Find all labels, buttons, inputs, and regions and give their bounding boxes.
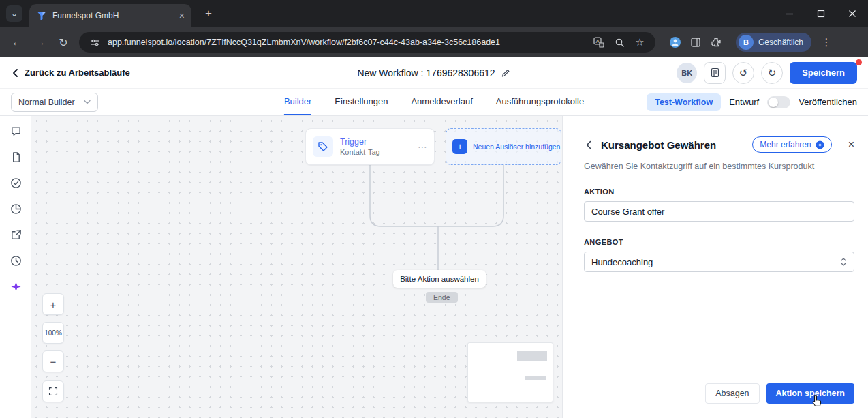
redo-button[interactable]: ↻: [761, 62, 783, 84]
tab-builder[interactable]: Builder: [284, 89, 311, 115]
tab-anmeldeverlauf[interactable]: Anmeldeverlauf: [411, 89, 472, 115]
funnelspot-favicon: [36, 10, 47, 21]
check-circle-icon[interactable]: [10, 177, 22, 189]
minimap-node: [525, 376, 546, 380]
window-maximize-button[interactable]: [805, 0, 837, 27]
test-contact-button[interactable]: [704, 62, 726, 84]
chevron-updown-icon: [840, 257, 847, 267]
close-icon: [848, 10, 856, 18]
draft-label: Entwurf: [729, 97, 759, 107]
left-icon-rail: [0, 116, 31, 418]
action-name-input[interactable]: [584, 201, 854, 222]
external-link-icon[interactable]: [10, 228, 22, 241]
trigger-texts: Trigger Kontakt-Tag: [340, 137, 380, 156]
save-button[interactable]: Speichern: [790, 62, 857, 84]
builder-mode-select[interactable]: Normal Builder: [11, 93, 98, 112]
chevron-down-icon: ⌄: [11, 9, 18, 18]
offer-select[interactable]: Hundecoaching: [584, 252, 854, 272]
maximize-icon: [817, 10, 825, 18]
extensions-puzzle-icon[interactable]: [709, 35, 724, 50]
zoom-level: 100%: [42, 322, 64, 344]
titlebar-caret-button[interactable]: ⌄: [6, 5, 22, 22]
canvas-minimap[interactable]: [467, 342, 553, 402]
minimize-icon: [786, 10, 794, 18]
url-text: app.funnelspot.io/location/7ZTlfNccQ31qZ…: [108, 38, 586, 47]
learn-more-button[interactable]: Mehr erfahren: [752, 136, 831, 153]
trigger-subtitle: Kontakt-Tag: [340, 148, 380, 156]
minimap-node: [517, 351, 547, 361]
extension-icons: [668, 35, 724, 50]
extension-avatar-icon[interactable]: [668, 35, 683, 50]
workflow-canvas[interactable]: Trigger Kontakt-Tag ⋯ + Neuen Auslöser h…: [31, 116, 563, 418]
comments-icon[interactable]: [10, 125, 22, 137]
action-field-label: AKTION: [584, 188, 854, 196]
zoom-indicator-icon[interactable]: [612, 35, 627, 50]
builder-mode-value: Normal Builder: [18, 98, 75, 107]
browser-forward-button[interactable]: →: [30, 32, 50, 53]
redo-icon: ↻: [768, 67, 777, 79]
action-config-panel: Kursangebot Gewähren Mehr erfahren × Gew…: [570, 116, 868, 418]
canvas-panel-gap: [563, 116, 570, 418]
workflow-title: New Workflow : 1769628306612: [357, 68, 495, 78]
workflow-tabs: Builder Einstellungen Anmeldeverlauf Aus…: [284, 89, 584, 115]
panel-title: Kursangebot Gewähren: [601, 139, 716, 151]
panel-description: Gewähren Sie Kontaktzugriff auf ein best…: [584, 162, 854, 171]
browser-tab[interactable]: Funnelspot GmbH ×: [29, 4, 191, 27]
document-check-icon: [710, 68, 720, 78]
tab-einstellungen[interactable]: Einstellungen: [335, 89, 388, 115]
chevron-down-icon: [84, 100, 91, 104]
ai-sparkle-icon[interactable]: [10, 280, 22, 293]
test-workflow-button[interactable]: Test-Workflow: [647, 93, 721, 111]
address-bar[interactable]: app.funnelspot.io/location/7ZTlfNccQ31qZ…: [79, 32, 655, 53]
fullscreen-button[interactable]: [42, 380, 64, 402]
zoom-in-button[interactable]: +: [42, 293, 64, 315]
plus-icon: +: [452, 139, 467, 154]
panel-header: Kursangebot Gewähren Mehr erfahren ×: [584, 136, 854, 153]
window-minimize-button[interactable]: [774, 0, 805, 27]
new-tab-button[interactable]: +: [200, 5, 217, 23]
panel-back-icon[interactable]: [584, 140, 594, 150]
undo-button[interactable]: ↺: [732, 62, 754, 84]
user-avatar[interactable]: BK: [677, 63, 697, 83]
pie-chart-icon[interactable]: [10, 203, 22, 215]
window-close-button[interactable]: [837, 0, 868, 27]
tab-ausfuehrungsprotokolle[interactable]: Ausführungsprotokolle: [496, 89, 584, 115]
select-action-node[interactable]: Bitte Aktion auswählen: [393, 270, 486, 288]
cancel-button[interactable]: Absagen: [705, 383, 759, 404]
end-badge: Ende: [426, 292, 458, 303]
draft-publish-toggle[interactable]: [767, 96, 790, 108]
browser-reload-button[interactable]: ↻: [53, 32, 74, 53]
add-trigger-button[interactable]: + Neuen Auslöser hinzufügen: [446, 128, 561, 165]
fullscreen-icon: [48, 387, 58, 396]
app-toolbar: Normal Builder Builder Einstellungen Anm…: [0, 89, 868, 116]
back-to-workflows-link[interactable]: Zurück zu Arbeitsabläufe: [11, 68, 130, 78]
window-titlebar: ⌄ Funnelspot GmbH × +: [0, 0, 868, 27]
offer-field-label: ANGEBOT: [584, 238, 854, 246]
zoom-out-button[interactable]: −: [42, 350, 64, 372]
documents-icon[interactable]: [10, 151, 22, 163]
profile-label: Geschäftlich: [758, 38, 803, 47]
notification-dot: [856, 59, 862, 65]
browser-profile-button[interactable]: B Geschäftlich: [736, 33, 811, 52]
side-panel-icon[interactable]: [688, 35, 703, 50]
bookmark-star-icon[interactable]: ☆: [632, 35, 647, 50]
main-content: Trigger Kontakt-Tag ⋯ + Neuen Auslöser h…: [0, 116, 868, 418]
browser-toolbar: ← → ↻ app.funnelspot.io/location/7ZTlfNc…: [0, 27, 868, 57]
site-settings-icon[interactable]: [87, 35, 102, 50]
browser-menu-button[interactable]: ⋮: [818, 36, 835, 48]
trigger-title: Trigger: [340, 137, 380, 147]
translate-icon[interactable]: A: [591, 35, 606, 50]
profile-avatar: B: [739, 35, 754, 50]
trigger-menu-icon[interactable]: ⋯: [418, 141, 427, 152]
undo-icon: ↺: [739, 67, 748, 79]
trigger-node[interactable]: Trigger Kontakt-Tag ⋯: [305, 128, 435, 165]
panel-close-icon[interactable]: ×: [848, 139, 854, 150]
history-clock-icon[interactable]: [10, 254, 22, 267]
window-controls: [774, 0, 868, 27]
tab-close-icon[interactable]: ×: [179, 11, 185, 20]
tag-icon: [313, 136, 333, 157]
edit-pencil-icon[interactable]: [501, 68, 511, 78]
save-label: Speichern: [802, 68, 845, 78]
action-save-button[interactable]: Aktion speichern: [766, 383, 854, 404]
browser-back-button[interactable]: ←: [7, 32, 27, 53]
